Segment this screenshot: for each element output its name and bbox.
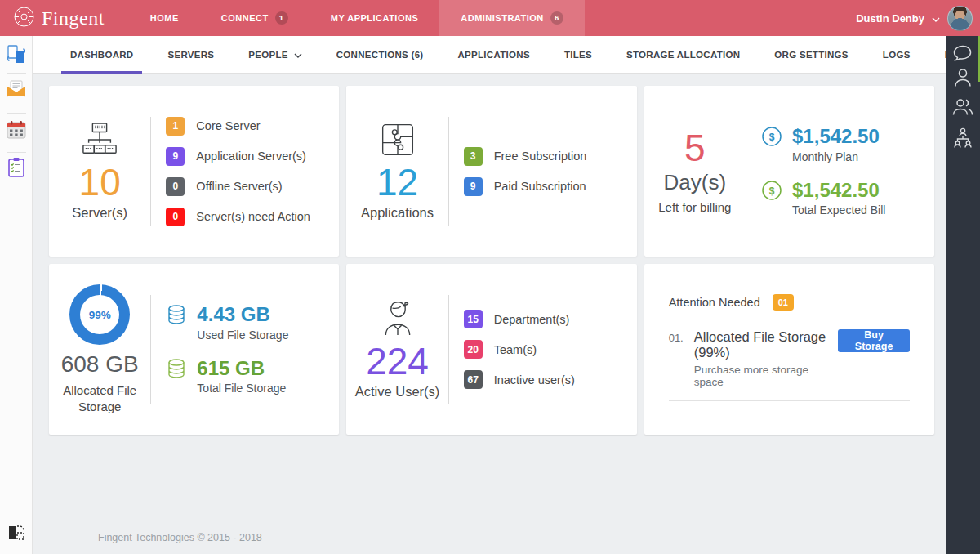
- rail-divider: [7, 73, 26, 74]
- count-badge: 3: [464, 147, 483, 166]
- list-item: 9 Paid Subscription: [464, 177, 637, 196]
- attention-item: 01. Allocated File Storage (99%) Purchas…: [669, 329, 910, 388]
- storage-donut-chart: 99%: [69, 284, 130, 345]
- list-item: 67 Inactive user(s): [464, 370, 637, 389]
- collapse-sidebar-icon[interactable]: [0, 523, 32, 543]
- list-item: 15 Department(s): [464, 310, 637, 328]
- tab-servers[interactable]: SERVERS: [150, 36, 231, 73]
- count-badge: 20: [464, 340, 483, 359]
- svg-text:$: $: [769, 132, 775, 143]
- list-item: 615 GB Total File Storage: [166, 358, 339, 395]
- list-item: $ $1,542.50 Total Expected Bill: [761, 180, 934, 217]
- count-badge: 67: [464, 370, 483, 389]
- used-storage-amount: 4.43 GB: [197, 304, 288, 325]
- chat-icon[interactable]: [946, 45, 980, 62]
- count-badge: 9: [166, 147, 185, 166]
- billing-sublabel: Left for billing: [658, 200, 731, 214]
- billing-days-label: Day(s): [664, 170, 727, 195]
- storage-percent: 99%: [80, 295, 119, 334]
- user-menu[interactable]: Dustin Denby: [856, 0, 980, 36]
- billing-card: 5 Day(s) Left for billing $: [644, 86, 934, 257]
- active-users-label: Active User(s): [355, 384, 440, 400]
- list-item: 1 Core Server: [166, 117, 339, 136]
- section-tabs: DASHBOARD SERVERS PEOPLE CONNECTIONS (6)…: [33, 36, 946, 74]
- document-transfer-icon[interactable]: [0, 44, 32, 65]
- copyright-text: Fingent Technologies © 2015 - 2018: [98, 532, 262, 543]
- mail-icon[interactable]: [0, 78, 32, 100]
- top-menu-administration[interactable]: ADMINISTRATION 6: [439, 0, 585, 36]
- left-app-rail: [0, 36, 33, 554]
- tab-logs[interactable]: LOGS: [866, 36, 928, 73]
- user-name: Dustin Denby: [856, 12, 924, 25]
- dollar-circle-icon: $: [761, 126, 782, 150]
- active-users-count: 224: [366, 342, 429, 381]
- count-badge: 9: [464, 177, 483, 196]
- svg-text:$: $: [769, 185, 775, 196]
- users-card: 224 Active User(s) 15 Department(s) 20 T…: [346, 264, 636, 435]
- tab-tiles[interactable]: TILES: [547, 36, 609, 73]
- attention-item-title: Allocated File Storage (99%): [694, 329, 838, 360]
- list-item: 4.43 GB Used File Storage: [166, 304, 339, 341]
- total-bill-amount: $1,542.50: [792, 180, 885, 201]
- person-icon: [380, 299, 416, 340]
- storage-card: 99% 608 GB Allocated File Storage: [49, 264, 339, 435]
- count-badge: 15: [464, 310, 483, 328]
- avatar[interactable]: [947, 6, 973, 31]
- right-tool-rail: [946, 36, 980, 554]
- database-icon: [166, 358, 187, 382]
- list-item: 0 Server(s) need Action: [166, 208, 339, 226]
- applications-card: 12 Applications 3 Free Subscription 9 Pa…: [346, 86, 636, 257]
- attention-card: Attention Needed 01 01. Allocated File S…: [644, 264, 934, 435]
- tab-people[interactable]: PEOPLE: [231, 36, 318, 73]
- brand-name: Fingent: [42, 7, 105, 29]
- top-menu: HOME CONNECT 1 MY APPLICATIONS ADMINISTR…: [129, 0, 585, 36]
- applications-label: Applications: [361, 205, 434, 221]
- monthly-plan-amount: $1,542.50: [792, 126, 880, 147]
- tab-connections[interactable]: CONNECTIONS (6): [319, 36, 441, 73]
- list-item: $ $1,542.50 Monthly Plan: [761, 126, 934, 163]
- buy-storage-button[interactable]: Buy Storage: [838, 329, 910, 352]
- puzzle-icon: [380, 122, 416, 161]
- top-menu-home[interactable]: HOME: [129, 0, 200, 36]
- clipboard-icon[interactable]: [0, 157, 32, 178]
- list-item: 20 Team(s): [464, 340, 637, 359]
- billing-days-count: 5: [684, 128, 706, 168]
- allocated-storage-label: Allocated File Storage: [51, 382, 149, 414]
- count-badge: 1: [166, 117, 185, 136]
- servers-count: 10: [79, 163, 121, 202]
- tab-org-settings[interactable]: ORG SETTINGS: [757, 36, 866, 73]
- chevron-down-icon: [294, 50, 302, 60]
- fingent-mandala-icon: [13, 6, 35, 31]
- connect-count-badge: 1: [275, 11, 288, 25]
- tab-applications[interactable]: APPLICATIONS: [441, 36, 547, 73]
- user-icon[interactable]: [946, 68, 980, 87]
- org-chart-icon[interactable]: [946, 127, 980, 148]
- attention-item-subtitle: Purchase more storage space: [694, 364, 838, 388]
- chevron-down-icon: [932, 11, 940, 25]
- rail-divider: [7, 113, 26, 114]
- rail-divider: [7, 152, 26, 153]
- total-storage-amount: 615 GB: [197, 358, 286, 379]
- dollar-circle-icon: $: [761, 180, 782, 204]
- tab-storage-allocation[interactable]: STORAGE ALLOCATION: [609, 36, 757, 73]
- users-icon[interactable]: [946, 98, 980, 116]
- card-grid: 10 Server(s) 1 Core Server 9 Application…: [49, 86, 934, 435]
- attention-count-badge: 01: [773, 294, 794, 311]
- tab-dashboard[interactable]: DASHBOARD: [53, 36, 150, 73]
- attention-item-index: 01.: [669, 329, 684, 344]
- administration-count-badge: 6: [550, 11, 564, 25]
- count-badge: 0: [166, 208, 185, 226]
- top-menu-connect[interactable]: CONNECT 1: [200, 0, 310, 36]
- applications-count: 12: [376, 163, 418, 202]
- allocated-storage-value: 608 GB: [61, 351, 139, 378]
- main-column: DASHBOARD SERVERS PEOPLE CONNECTIONS (6)…: [33, 36, 946, 554]
- calendar-icon[interactable]: [0, 119, 32, 141]
- servers-card: 10 Server(s) 1 Core Server 9 Application…: [49, 86, 339, 257]
- brand-logo[interactable]: Fingent: [0, 0, 129, 36]
- list-item: 3 Free Subscription: [464, 147, 637, 166]
- database-icon: [166, 304, 187, 328]
- list-item: 0 Offline Server(s): [166, 177, 339, 196]
- attention-title: Attention Needed: [669, 296, 760, 309]
- topbar: Fingent HOME CONNECT 1 MY APPLICATIONS A…: [0, 0, 980, 36]
- top-menu-my-applications[interactable]: MY APPLICATIONS: [310, 0, 440, 36]
